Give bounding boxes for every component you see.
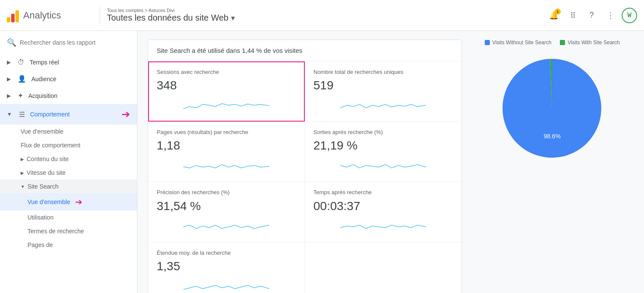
stat-label-recherches: Nombre total de recherches uniques [313, 68, 453, 76]
search-input[interactable] [20, 39, 130, 46]
sparkline-sorties [313, 156, 453, 173]
sidebar-subitem-label: Flux de comportement [21, 142, 80, 149]
sidebar-child-label: Termes de recherche [27, 228, 84, 235]
stat-label-etendue: Étendue moy. de la recherche [157, 249, 296, 257]
sidebar-item-comportement[interactable]: ▼ ☰ Comportement ➔ [0, 104, 137, 125]
chevron-right-icon: ▶ [7, 93, 11, 99]
sidebar-item-audience[interactable]: ▶ 👤 Audience [0, 70, 137, 87]
sidebar-subitem-label: Vue d'ensemble [21, 128, 63, 135]
sidebar-subitem-label: Contenu du site [27, 156, 69, 162]
page-title-row: Toutes les données du site Web ▾ [107, 13, 235, 23]
stat-value-sessions: 348 [157, 79, 296, 92]
page-title: Toutes les données du site Web [107, 13, 228, 23]
sidebar-subitem-label: Site Search [27, 183, 58, 190]
more-options-button[interactable]: ⋮ [603, 8, 618, 23]
sidebar-item-label: Comportement [30, 111, 115, 118]
stat-card-etendue: Étendue moy. de la recherche 1,35 [148, 242, 305, 293]
stat-card-temps: Temps après recherche 00:03:37 [305, 182, 462, 242]
clock-icon: ⏱ [18, 58, 24, 66]
stat-value-precision: 31,54 % [157, 199, 296, 213]
legend-dot-without [485, 40, 490, 45]
stat-value-temps: 00:03:37 [313, 199, 453, 213]
sidebar-subitem-vue-ensemble[interactable]: Vue d'ensemble [0, 125, 137, 138]
pink-arrow-icon-2: ➔ [75, 197, 82, 207]
stat-value-pages: 1,18 [157, 139, 296, 153]
sparkline-precision [157, 217, 296, 234]
sidebar-item-label: Acquisition [28, 92, 130, 99]
logo-bar-3 [15, 10, 19, 22]
user-avatar[interactable]: W [622, 8, 637, 23]
stat-value-sorties: 21,19 % [313, 139, 453, 153]
comportement-icon: ☰ [19, 110, 25, 119]
panel-title: Site Search a été utilisé dans 1,44 % de… [148, 40, 462, 61]
stat-label-sessions: Sessions avec recherche [157, 68, 296, 76]
sparkline-sessions [157, 96, 296, 113]
notifications-button[interactable]: 🔔 1 [546, 8, 562, 23]
content-wrapper: Site Search a été utilisé dans 1,44 % de… [148, 40, 634, 293]
question-icon: ? [589, 11, 594, 20]
stat-card-recherches: Nombre total de recherches uniques 519 [305, 61, 462, 122]
stat-label-pages: Pages vues (résultats) par recherche [157, 128, 296, 136]
chevron-right-icon: ▶ [21, 157, 24, 162]
person-icon: 👤 [18, 75, 26, 83]
sidebar-subitem-label: Vitesse du site [27, 169, 66, 176]
breadcrumb: Tous les comptes > Astuces Divi [107, 8, 235, 13]
pie-chart-svg: 98.6% [496, 52, 608, 164]
stat-value-etendue: 1,35 [157, 259, 296, 273]
sidebar-subitem-utilisation[interactable]: Utilisation [0, 211, 137, 224]
legend-item-with: Visits With Site Search [560, 40, 620, 46]
app-layout: 🔍 ▶ ⏱ Temps réel ▶ 👤 Audience ▶ ✦ Acquis… [0, 31, 644, 293]
sidebar-child-label: Utilisation [27, 214, 54, 221]
chevron-right-icon: ▶ [21, 171, 24, 175]
chevron-right-icon: ▶ [7, 76, 11, 82]
sidebar-subitem-vue-ensemble-ss[interactable]: Vue d'ensemble ➔ [0, 193, 137, 211]
stats-grid: Sessions avec recherche 348 Nombre total… [148, 61, 462, 293]
sparkline-pages [157, 156, 296, 173]
stats-panel: Site Search a été utilisé dans 1,44 % de… [148, 40, 462, 293]
stat-card-sessions: Sessions avec recherche 348 [148, 61, 305, 122]
acquisition-icon: ✦ [18, 92, 23, 100]
sidebar-subitem-vitesse[interactable]: ▶ Vitesse du site [0, 166, 137, 180]
sidebar: 🔍 ▶ ⏱ Temps réel ▶ 👤 Audience ▶ ✦ Acquis… [0, 31, 137, 293]
sidebar-item-temps-reel[interactable]: ▶ ⏱ Temps réel [0, 54, 137, 70]
sparkline-temps [313, 217, 453, 234]
sidebar-item-acquisition[interactable]: ▶ ✦ Acquisition [0, 87, 137, 104]
sidebar-subitem-termes[interactable]: Termes de recherche [0, 224, 137, 238]
app-title: Analytics [23, 10, 61, 21]
page-title-dropdown-icon[interactable]: ▾ [231, 13, 235, 23]
logo-bar-2 [11, 14, 15, 22]
logo-area: Analytics [7, 9, 93, 22]
sidebar-subitem-pages[interactable]: Pages de [0, 238, 137, 252]
stat-label-temps: Temps après recherche [313, 189, 453, 196]
help-button[interactable]: ? [584, 8, 599, 23]
stat-label-sorties: Sorties après recherche (%) [313, 128, 453, 136]
notification-badge: 1 [555, 9, 561, 15]
sidebar-subitem-site-search[interactable]: ▼ Site Search [0, 180, 137, 193]
apps-button[interactable]: ⠿ [565, 8, 580, 23]
sidebar-search-row: 🔍 [0, 34, 137, 51]
header-divider [100, 7, 100, 24]
stat-card-sorties: Sorties après recherche (%) 21,19 % [305, 122, 462, 182]
legend-label-with: Visits With Site Search [568, 40, 620, 46]
sidebar-child-label: Pages de [27, 241, 53, 248]
grid-icon: ⠿ [570, 11, 576, 20]
pink-arrow-icon: ➔ [122, 108, 130, 120]
legend-item-without: Visits Without Site Search [485, 40, 552, 46]
stat-card-precision: Précision des recherches (%) 31,54 % [148, 182, 305, 242]
sidebar-subitem-contenu[interactable]: ▶ Contenu du site [0, 152, 137, 166]
app-header: Analytics Tous les comptes > Astuces Div… [0, 0, 644, 31]
stat-label-precision: Précision des recherches (%) [157, 189, 296, 196]
pie-center-label: 98.6% [544, 133, 561, 140]
header-actions: 🔔 1 ⠿ ? ⋮ W [546, 8, 637, 23]
stat-card-pages: Pages vues (résultats) par recherche 1,1… [148, 122, 305, 182]
stat-card-empty [305, 242, 462, 293]
pie-chart: 98.6% [496, 52, 608, 164]
pie-legend: Visits Without Site Search Visits With S… [485, 40, 620, 46]
legend-dot-with [560, 40, 565, 45]
sidebar-subitem-flux[interactable]: Flux de comportement [0, 138, 137, 152]
stat-value-recherches: 519 [313, 79, 453, 92]
pie-section: Visits Without Site Search Visits With S… [471, 40, 634, 293]
search-icon: 🔍 [7, 38, 16, 47]
sparkline-recherches [313, 96, 453, 113]
chevron-down-icon: ▼ [21, 184, 25, 189]
